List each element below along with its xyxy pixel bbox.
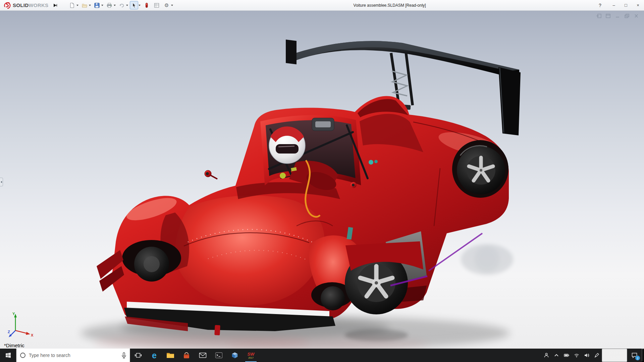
rear-right-wheel[interactable] <box>452 140 508 198</box>
action-center-button[interactable]: 2 <box>627 349 641 362</box>
system-tray: 10:19 AM 7/13/2018 2 <box>541 349 644 362</box>
triad-y-label: Y <box>12 312 15 316</box>
show-window-icon[interactable] <box>605 13 611 18</box>
print-icon <box>107 3 112 8</box>
print-dropdown-icon[interactable] <box>114 5 116 6</box>
open-dropdown-icon[interactable] <box>89 5 91 6</box>
rebuild-traffic-light-icon <box>144 3 149 8</box>
wifi-icon <box>574 353 579 358</box>
new-document-dropdown-icon[interactable] <box>76 5 78 6</box>
clock-date: 7/13/2018 <box>607 355 625 360</box>
new-window-icon[interactable] <box>596 13 602 18</box>
undo-button[interactable] <box>117 1 126 9</box>
doc-minimize-icon[interactable] <box>614 13 621 18</box>
network-button[interactable] <box>572 349 582 362</box>
document-window-controls <box>596 13 639 18</box>
store-button[interactable] <box>178 349 195 362</box>
graphics-area[interactable]: Y X Z *Dimetric <box>0 11 644 349</box>
print-button[interactable] <box>105 1 113 9</box>
select-arrow-icon <box>131 3 137 8</box>
close-button[interactable]: × <box>632 0 644 10</box>
quick-access-toolbar: ⚙ <box>68 1 175 9</box>
titlebar: SOLIDWORKS <box>0 0 644 11</box>
help-button[interactable]: ? <box>595 0 605 10</box>
taskbar-search[interactable] <box>16 349 130 362</box>
open-document-button[interactable] <box>80 1 89 9</box>
notification-badge: 2 <box>635 356 640 360</box>
chevron-up-icon <box>554 353 559 358</box>
command-prompt-button[interactable] <box>211 349 227 362</box>
rebuild-button[interactable] <box>142 1 151 9</box>
edge-icon: e <box>152 351 157 360</box>
mail-button[interactable] <box>195 349 211 362</box>
options-button[interactable]: ⚙ <box>162 1 171 9</box>
task-view-icon <box>135 352 142 359</box>
doc-close-icon[interactable] <box>633 13 639 18</box>
driver-helmet[interactable] <box>269 126 305 164</box>
doc-restore-icon[interactable] <box>624 13 630 18</box>
solidworks-2017-button[interactable]: SW 2017 <box>243 349 259 362</box>
people-icon <box>544 353 549 358</box>
store-bag-icon <box>183 352 190 359</box>
minimize-button[interactable]: – <box>608 0 620 10</box>
select-dropdown-icon[interactable] <box>139 5 141 6</box>
undo-icon <box>119 3 124 8</box>
battery-icon <box>564 353 570 358</box>
cortana-icon <box>20 352 26 358</box>
undo-dropdown-icon[interactable] <box>126 5 128 6</box>
save-icon <box>94 3 100 8</box>
cube-app-icon <box>231 352 238 359</box>
orientation-triad[interactable]: Y X Z <box>7 310 36 340</box>
3d-model-race-car[interactable] <box>0 11 644 349</box>
solidworks-logo-icon <box>3 2 11 9</box>
edge-browser-button[interactable]: e <box>146 349 162 362</box>
volume-icon <box>584 353 589 358</box>
file-explorer-button[interactable] <box>162 349 178 362</box>
solidworks-brand: SOLIDWORKS <box>3 2 48 9</box>
start-button[interactable] <box>0 349 16 362</box>
taskbar-clock[interactable]: 10:19 AM 7/13/2018 <box>602 349 627 362</box>
save-button[interactable] <box>93 1 101 9</box>
terminal-icon <box>215 352 223 359</box>
new-document-button[interactable] <box>68 1 76 9</box>
folder-icon <box>166 352 174 359</box>
solidworks-2017-icon: SW 2017 <box>248 352 255 359</box>
edrawings-button[interactable] <box>227 349 243 362</box>
show-desktop-button[interactable] <box>641 349 644 362</box>
tray-overflow-button[interactable] <box>551 349 561 362</box>
task-view-button[interactable] <box>130 349 146 362</box>
triad-z-label: Z <box>8 330 10 334</box>
window-controls: ? – □ × <box>595 0 644 10</box>
file-properties-icon <box>154 3 159 8</box>
brand-text: SOLIDWORKS <box>13 2 48 8</box>
triad-x-label: X <box>31 333 34 337</box>
view-orientation-label: *Dimetric <box>4 343 24 348</box>
save-dropdown-icon[interactable] <box>101 5 103 6</box>
people-button[interactable] <box>541 349 551 362</box>
windows-ink-button[interactable] <box>592 349 602 362</box>
solidworks-window: SOLIDWORKS <box>0 0 644 362</box>
gear-icon: ⚙ <box>164 3 169 8</box>
maximize-button[interactable]: □ <box>620 0 632 10</box>
select-tool-button[interactable] <box>130 1 138 9</box>
battery-button[interactable] <box>561 349 572 362</box>
featuremanager-collapsed-tab[interactable] <box>0 178 3 186</box>
menu-flyout-arrow-icon[interactable] <box>54 4 57 7</box>
search-input[interactable] <box>29 353 118 358</box>
options-dropdown-icon[interactable] <box>171 5 173 6</box>
new-document-icon <box>69 3 75 8</box>
document-title: Voiture assemblee.SLDASM [Read-only] <box>354 3 426 8</box>
file-properties-button[interactable] <box>152 1 161 9</box>
windows-taskbar: e <box>0 349 644 362</box>
open-folder-icon <box>82 3 87 8</box>
mail-envelope-icon <box>199 352 207 358</box>
clock-time: 10:19 AM <box>608 351 625 355</box>
windows-logo-icon <box>5 353 11 358</box>
pen-icon <box>594 353 599 358</box>
volume-button[interactable] <box>582 349 592 362</box>
microphone-icon[interactable] <box>121 352 126 359</box>
